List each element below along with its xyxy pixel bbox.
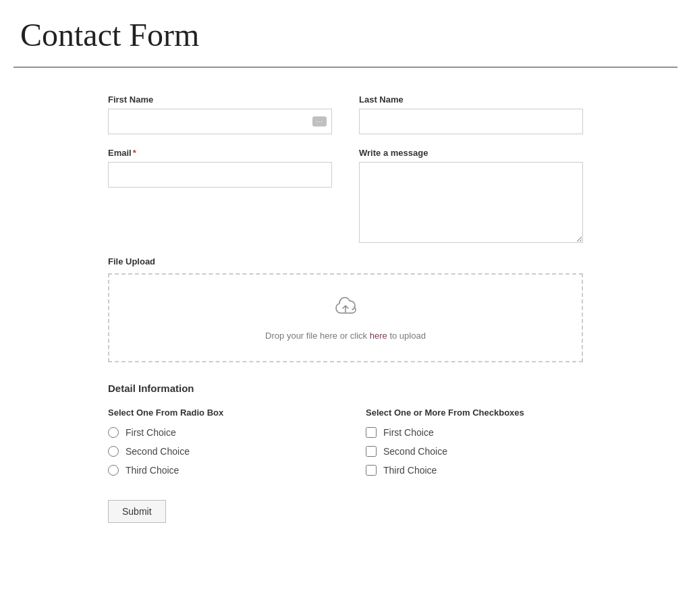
email-input[interactable] <box>108 162 332 188</box>
radio-input-3[interactable] <box>108 465 119 476</box>
radio-option-1: First Choice <box>108 427 325 438</box>
page-title: Contact Form <box>0 0 691 67</box>
checkbox-input-2[interactable] <box>366 446 377 457</box>
radio-label-2: Second Choice <box>126 446 190 457</box>
message-input[interactable] <box>359 162 583 243</box>
required-star: * <box>133 148 136 158</box>
radio-group: Select One From Radio Box First Choice S… <box>108 408 325 484</box>
radio-input-1[interactable] <box>108 427 119 438</box>
first-name-input[interactable] <box>108 109 332 134</box>
first-name-wrapper: ··· <box>108 109 332 134</box>
radio-input-2[interactable] <box>108 446 119 457</box>
checkbox-group: Select One or More From Checkboxes First… <box>366 408 583 484</box>
radio-option-3: Third Choice <box>108 465 325 476</box>
checkbox-input-1[interactable] <box>366 427 377 438</box>
name-row: First Name ··· Last Name <box>108 94 583 134</box>
radio-label-1: First Choice <box>126 427 176 438</box>
first-name-label: First Name <box>108 94 332 105</box>
radio-label-3: Third Choice <box>126 465 179 476</box>
file-upload-label: File Upload <box>108 256 583 267</box>
options-row: Select One From Radio Box First Choice S… <box>108 408 583 484</box>
submit-button[interactable]: Submit <box>108 500 166 523</box>
checkbox-option-2: Second Choice <box>366 446 583 457</box>
email-label: Email* <box>108 148 332 158</box>
last-name-label: Last Name <box>359 94 583 105</box>
upload-icon <box>123 295 568 324</box>
last-name-group: Last Name <box>359 94 583 134</box>
first-name-group: First Name ··· <box>108 94 332 134</box>
detail-title: Detail Information <box>108 383 583 394</box>
radio-option-2: Second Choice <box>108 446 325 457</box>
message-label: Write a message <box>359 148 583 158</box>
detail-section: Detail Information Select One From Radio… <box>108 383 583 523</box>
checkbox-option-1: First Choice <box>366 427 583 438</box>
autofill-icon: ··· <box>312 117 327 127</box>
email-message-row: Email* Write a message <box>108 148 583 243</box>
checkbox-option-3: Third Choice <box>366 465 583 476</box>
last-name-input[interactable] <box>359 109 583 134</box>
email-group: Email* <box>108 148 332 243</box>
radio-group-label: Select One From Radio Box <box>108 408 325 418</box>
checkbox-group-label: Select One or More From Checkboxes <box>366 408 583 418</box>
file-upload-text: Drop your file here or click here to upl… <box>123 331 568 341</box>
checkbox-label-3: Third Choice <box>383 465 437 476</box>
file-upload-area[interactable]: Drop your file here or click here to upl… <box>108 273 583 362</box>
file-upload-link[interactable]: here <box>370 331 387 341</box>
checkbox-input-3[interactable] <box>366 465 377 476</box>
file-upload-section: File Upload Drop your file here or click… <box>108 256 583 362</box>
form-container: First Name ··· Last Name Email* Write a … <box>0 67 691 550</box>
checkbox-label-2: Second Choice <box>383 446 447 457</box>
message-group: Write a message <box>359 148 583 243</box>
checkbox-label-1: First Choice <box>383 427 434 438</box>
